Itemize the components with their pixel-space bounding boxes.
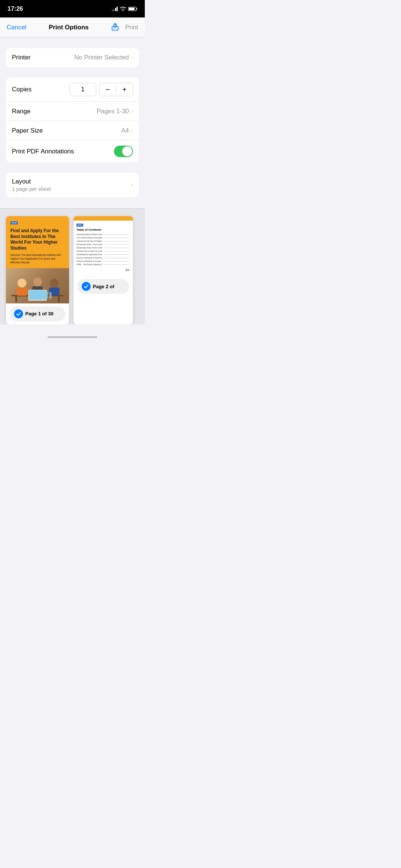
print-button[interactable]: Print <box>125 24 138 31</box>
pencil-icon: ✏ <box>76 267 130 273</box>
copies-stepper-control: − + <box>99 83 133 96</box>
svg-rect-1 <box>129 7 135 10</box>
range-chevron-icon: › <box>131 108 133 114</box>
copies-value: 1 <box>69 83 96 96</box>
toc-line-6: Practical Tips to Help You in Applying f… <box>76 250 130 252</box>
layout-text: Layout 1 page per sheet <box>12 178 51 192</box>
toggle-knob <box>122 146 132 156</box>
cover-subtitle: Discover The Best Educational Institute … <box>10 253 65 264</box>
printer-value: No Printer Selected › <box>74 54 133 61</box>
battery-icon <box>128 7 137 11</box>
svg-rect-6 <box>58 296 60 302</box>
printer-chevron-icon: › <box>131 55 133 61</box>
page-1-card[interactable]: UPDF Find and Apply For the Best Institu… <box>6 216 69 324</box>
cover-background: UPDF Find and Apply For the Best Institu… <box>6 216 69 268</box>
paper-size-value: A4 › <box>121 127 133 134</box>
page-1-label-text: Page 1 of 30 <box>25 311 53 316</box>
options-section: Copies 1 − + Range Pages 1-30 › Paper Si… <box>6 78 139 162</box>
svg-rect-2 <box>137 8 137 10</box>
printer-value-text: No Printer Selected <box>74 54 129 61</box>
share-icon <box>111 23 119 31</box>
page-2-check-icon <box>82 282 91 291</box>
copies-row: Copies 1 − + <box>6 78 139 102</box>
header-actions: Print <box>111 23 138 32</box>
home-indicator-area <box>0 332 145 341</box>
layout-section[interactable]: Layout 1 page per sheet › <box>6 173 139 197</box>
toc-content: UPDF Table of Contents Understanding the… <box>74 221 133 276</box>
toc-heading: Table of Contents <box>76 228 130 231</box>
toc-line-1: Understanding the Need to Apply Internat… <box>76 233 130 235</box>
range-value: Pages 1-30 › <box>97 108 133 115</box>
page-2-label: Page 2 of <box>77 279 129 294</box>
copies-label: Copies <box>12 86 32 93</box>
page-preview-area: UPDF Find and Apply For the Best Institu… <box>0 208 145 324</box>
share-button[interactable] <box>111 23 119 32</box>
pdf-annotations-toggle[interactable] <box>114 146 133 157</box>
page-1-label: Page 1 of 30 <box>10 306 65 321</box>
cancel-button[interactable]: Cancel <box>7 24 26 31</box>
toc-line-7: Reviewing the Application Period and Off… <box>76 253 130 256</box>
page-2-content: UPDF Table of Contents Understanding the… <box>74 216 133 276</box>
range-row[interactable]: Range Pages 1-30 › <box>6 102 139 121</box>
copies-decrement-button[interactable]: − <box>100 83 116 96</box>
page-2-label-text: Page 2 of <box>93 284 114 289</box>
toc-line-10: UPDF - The Perfect Solution to Prepare S… <box>76 263 130 266</box>
toc-line-3: Looking Into the Top 10 Subject Majors t… <box>76 240 130 242</box>
toc-lines: Understanding the Need to Apply Internat… <box>76 233 130 266</box>
paper-size-label: Paper Size <box>12 127 43 134</box>
toc-logo: UPDF <box>76 224 130 227</box>
people-illustration <box>8 269 67 302</box>
toc-line-4: Scholarship Rules - How to Apply For One… <box>76 243 130 246</box>
layout-subtitle: 1 page per sheet <box>12 186 51 192</box>
minus-icon: − <box>105 85 110 94</box>
page-1-content: UPDF Find and Apply For the Best Institu… <box>6 216 69 303</box>
status-time: 17:26 <box>7 5 23 13</box>
page-2-card[interactable]: UPDF Table of Contents Understanding the… <box>74 216 133 324</box>
updf-logo: UPDF <box>10 221 65 224</box>
svg-rect-16 <box>49 292 52 299</box>
svg-rect-8 <box>17 287 27 296</box>
wifi-icon <box>120 7 126 11</box>
svg-rect-15 <box>45 291 48 299</box>
pdf-annotations-row: Print PDF Annotations <box>6 140 139 162</box>
printer-row[interactable]: Printer No Printer Selected › <box>6 48 139 67</box>
copies-stepper: 1 − + <box>69 83 133 96</box>
svg-rect-14 <box>29 290 46 299</box>
svg-point-7 <box>17 279 26 287</box>
printer-label: Printer <box>12 54 30 61</box>
toc-line-8: Famous Institutions in North American Co… <box>76 257 130 259</box>
toc-header-bar <box>74 216 133 221</box>
svg-point-11 <box>50 279 59 287</box>
toc-line-9: Famous Institutions in Europe <box>76 260 130 262</box>
svg-rect-5 <box>15 296 17 302</box>
range-value-text: Pages 1-30 <box>97 108 129 115</box>
layout-chevron-icon: › <box>131 181 133 189</box>
home-indicator-bar <box>48 336 97 338</box>
layout-title: Layout <box>12 178 51 185</box>
cover-image <box>6 268 69 303</box>
layout-row: Layout 1 page per sheet › <box>6 173 139 197</box>
toc-line-2: The 10 Best Global Universities Leading … <box>76 237 130 239</box>
page-title: Print Options <box>49 24 89 31</box>
plus-icon: + <box>122 85 127 94</box>
svg-point-9 <box>33 277 42 286</box>
cover-title: Find and Apply For the Best Institutes I… <box>10 228 65 251</box>
toc-line-5: Scholarship Rules for the 10 Best Global… <box>76 247 130 249</box>
status-bar: 17:26 <box>0 0 145 17</box>
paper-size-row[interactable]: Paper Size A4 › <box>6 121 139 140</box>
paper-size-value-text: A4 <box>121 127 129 134</box>
range-label: Range <box>12 108 30 115</box>
signal-icon <box>112 7 118 11</box>
copies-increment-button[interactable]: + <box>116 83 133 96</box>
status-icons <box>112 7 138 11</box>
pdf-annotations-label: Print PDF Annotations <box>12 148 74 155</box>
navigation-header: Cancel Print Options Print <box>0 17 145 38</box>
printer-section: Printer No Printer Selected › <box>6 48 139 67</box>
page-1-check-icon <box>14 309 23 318</box>
paper-size-chevron-icon: › <box>131 128 133 134</box>
